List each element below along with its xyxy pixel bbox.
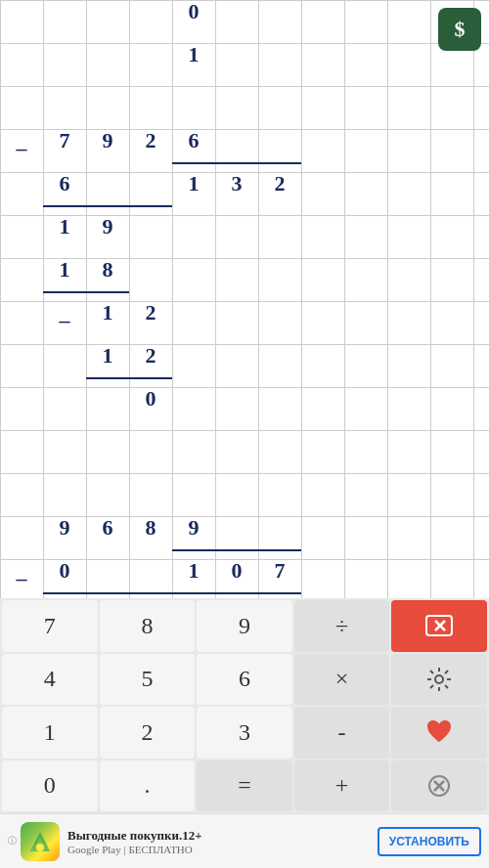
grid-area: 017926613219181212096890107___ $ [0, 0, 489, 598]
ad-install-button[interactable]: УСТАНОВИТЬ [378, 827, 481, 856]
grid-number: 1 [86, 291, 129, 334]
key-+[interactable]: + [294, 760, 390, 812]
svg-line-11 [430, 685, 433, 688]
key-5[interactable]: 5 [100, 654, 196, 706]
svg-line-8 [430, 671, 433, 673]
key-7[interactable]: 7 [2, 600, 98, 652]
key-3[interactable]: 3 [197, 707, 292, 759]
key-0[interactable]: 0 [2, 760, 98, 812]
ad-title: Выгодные покупки.12+ [67, 828, 378, 844]
keypad: 789÷ 456× 123- 0.=+ [0, 598, 489, 813]
underline [43, 592, 301, 594]
grid-number: 6 [43, 162, 86, 205]
underline [43, 291, 129, 293]
overline [172, 162, 301, 164]
grid-number: 1 [43, 205, 86, 248]
grid-number: 9 [43, 506, 86, 549]
grid-number: 7 [258, 549, 301, 592]
overline [172, 549, 301, 551]
key-2[interactable]: 2 [100, 707, 196, 759]
grid-number: 2 [258, 162, 301, 205]
key-8[interactable]: 8 [100, 600, 196, 652]
grid-number: 1 [172, 33, 215, 76]
grid-number: 2 [129, 334, 172, 377]
key-.[interactable]: . [100, 760, 196, 812]
minus-sign: _ [0, 119, 43, 162]
grid-number: 8 [129, 506, 172, 549]
grid-number: 2 [129, 291, 172, 334]
grid-number: 1 [172, 162, 215, 205]
grid-number: 1 [43, 248, 86, 291]
grid-number: 6 [172, 119, 215, 162]
key-6[interactable]: 6 [197, 654, 292, 706]
ad-icon [21, 822, 60, 861]
key-×[interactable]: × [294, 654, 390, 706]
grid-number: 9 [86, 119, 129, 162]
ad-info-tag: ⓘ [8, 835, 17, 847]
settings-key[interactable] [391, 654, 487, 706]
key-÷[interactable]: ÷ [294, 600, 390, 652]
key-9[interactable]: 9 [197, 600, 292, 652]
ad-banner: ⓘ Выгодные покупки.12+ Google Play | БЕС… [0, 813, 489, 868]
grid-number: 0 [43, 549, 86, 592]
grid-number: 6 [86, 506, 129, 549]
math-content: 017926613219181212096890107___ [0, 0, 489, 598]
svg-line-10 [445, 671, 448, 673]
svg-point-3 [435, 675, 443, 683]
delete-key[interactable] [391, 600, 487, 652]
ad-text: Выгодные покупки.12+ Google Play | БЕСПЛ… [67, 828, 378, 855]
grid-number: 0 [172, 0, 215, 33]
grid-number: 9 [86, 205, 129, 248]
minus-sign: _ [0, 549, 43, 592]
key-1[interactable]: 1 [2, 707, 98, 759]
heart-key[interactable] [391, 707, 487, 759]
grid-number: 8 [86, 248, 129, 291]
cancel-key[interactable] [391, 760, 487, 812]
key--[interactable]: - [294, 707, 390, 759]
key-=[interactable]: = [197, 760, 292, 812]
svg-line-9 [445, 685, 448, 688]
grid-number: 3 [215, 162, 258, 205]
grid-number: 1 [172, 549, 215, 592]
svg-point-17 [36, 844, 44, 851]
grid-number: 9 [172, 506, 215, 549]
grid-number: 7 [43, 119, 86, 162]
grid-number: 1 [86, 334, 129, 377]
underline [86, 377, 172, 379]
dollar-button[interactable]: $ [438, 8, 481, 51]
minus-sign: _ [43, 291, 86, 334]
underline [43, 205, 172, 207]
grid-number: 0 [129, 377, 172, 420]
key-4[interactable]: 4 [2, 654, 98, 706]
grid-number: 0 [215, 549, 258, 592]
ad-subtitle: Google Play | БЕСПЛАТНО [67, 844, 378, 855]
grid-number: 2 [129, 119, 172, 162]
